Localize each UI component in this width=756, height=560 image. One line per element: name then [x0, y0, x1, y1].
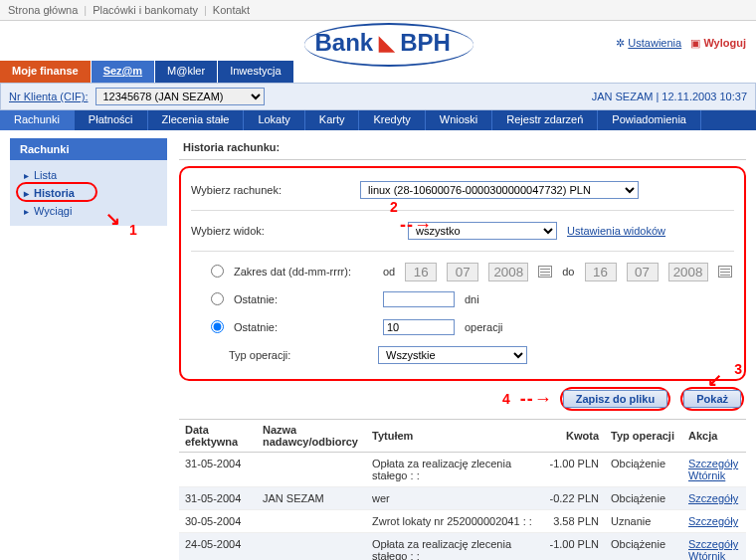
- radio-last-days[interactable]: [211, 292, 224, 305]
- cell-name: JAN SEZAM: [257, 487, 366, 510]
- cell-type: Uznanie: [605, 510, 682, 533]
- tab-inwestycja[interactable]: Inwestycja: [218, 61, 293, 83]
- header-links: ✲ Ustawienia ▣ Wyloguj: [616, 37, 746, 50]
- logout-link[interactable]: Wyloguj: [703, 37, 746, 49]
- op-type-select[interactable]: Wszystkie: [378, 346, 527, 364]
- cell-name: [257, 533, 366, 561]
- cell-date: 24-05-2004: [179, 533, 257, 561]
- cell-date: 30-05-2004: [179, 510, 257, 533]
- section-title: Historia rachunku:: [179, 138, 746, 160]
- date-from-year[interactable]: [488, 263, 528, 281]
- cell-title: wer: [366, 487, 541, 510]
- cell-title: Zwrot lokaty nr 252000002041 : :: [366, 510, 541, 533]
- days-unit: dni: [465, 293, 479, 305]
- tab2-platnosci[interactable]: Płatności: [75, 110, 148, 130]
- cell-action: SzczegółyWtórnik: [682, 533, 746, 561]
- last-ops-label: Ostatnie:: [234, 321, 373, 333]
- cell-type: Obciążenie: [605, 533, 682, 561]
- cell-title: Opłata za realizację zlecenia stałego : …: [366, 453, 541, 487]
- tab2-karty[interactable]: Karty: [305, 110, 360, 130]
- tab2-rachunki[interactable]: Rachunki: [0, 110, 75, 130]
- table-row: 31-05-2004JAN SEZAMwer-0.22 PLNObciążeni…: [179, 487, 746, 510]
- account-select[interactable]: linux (28-10600076-0000300000047732) PLN: [360, 181, 639, 199]
- view-label: Wybierz widok:: [191, 225, 350, 237]
- form-actions: 4 - - → Zapisz do pliku Pokaż 3 ↙: [179, 381, 746, 419]
- tab2-zlecenia[interactable]: Zlecenia stałe: [148, 110, 245, 130]
- row-action-link[interactable]: Szczegóły: [688, 538, 738, 550]
- sidebar-item-wyciagi[interactable]: ▸Wyciągi: [10, 202, 167, 220]
- cell-action: Szczegóły: [682, 487, 746, 510]
- arrow-icon: ▸: [24, 188, 29, 199]
- topbar-contact[interactable]: Kontakt: [213, 4, 250, 16]
- last-ops-input[interactable]: [383, 319, 455, 335]
- date-to-month[interactable]: [627, 263, 659, 281]
- topbar-branches[interactable]: Placówki i bankomaty: [93, 4, 198, 16]
- cell-type: Obciążenie: [605, 453, 682, 487]
- annotation-4: 4: [502, 391, 510, 407]
- tab2-powiadomienia[interactable]: Powiadomienia: [598, 110, 701, 130]
- cell-amount: -1.00 PLN: [541, 453, 605, 487]
- cell-amount: 3.58 PLN: [541, 510, 605, 533]
- radio-date-range[interactable]: [211, 265, 224, 278]
- row-action-link[interactable]: Szczegóły: [688, 492, 738, 504]
- row-action-link[interactable]: Wtórnik: [688, 469, 725, 481]
- cell-action: Szczegóły: [682, 510, 746, 533]
- logo-bank-text: Bank: [314, 29, 373, 57]
- cell-name: [257, 453, 366, 487]
- radio-last-ops[interactable]: [211, 320, 224, 333]
- sidebar-label: Lista: [34, 169, 57, 181]
- main-content: Historia rachunku: Wybierz rachunek: lin…: [169, 130, 756, 560]
- calendar-icon[interactable]: [538, 266, 552, 278]
- cif-select[interactable]: 12345678 (JAN SEZAM): [95, 88, 265, 105]
- sidebar-head: Rachunki: [10, 138, 167, 160]
- cell-amount: -1.00 PLN: [541, 533, 605, 561]
- tab-makler[interactable]: M@kler: [155, 61, 218, 83]
- history-form: Wybierz rachunek: linux (28-10600076-000…: [179, 166, 746, 381]
- history-table: Data efektywna Nazwa nadawcy/odbiorcy Ty…: [179, 419, 746, 560]
- sidebar-item-lista[interactable]: ▸Lista: [10, 166, 167, 184]
- sidebar-item-historia[interactable]: ▸Historia: [10, 184, 167, 202]
- date-to-year[interactable]: [668, 263, 708, 281]
- primary-tabs: Moje finanse Sez@m M@kler Inwestycja: [0, 61, 756, 83]
- col-type: Typ operacji: [605, 420, 682, 453]
- tab-moje-finanse[interactable]: Moje finanse: [0, 61, 92, 83]
- date-range-label: Zakres dat (dd-mm-rrrr):: [234, 266, 373, 278]
- date-to-day[interactable]: [585, 263, 617, 281]
- row-action-link[interactable]: Szczegóły: [688, 515, 738, 527]
- logo-bph-text: BPH: [400, 29, 451, 57]
- gear-icon: ✲: [616, 37, 625, 49]
- show-button[interactable]: Pokaż: [683, 390, 741, 408]
- row-action-link[interactable]: Wtórnik: [688, 550, 725, 560]
- cell-amount: -0.22 PLN: [541, 487, 605, 510]
- date-from-month[interactable]: [447, 263, 478, 281]
- calendar-icon[interactable]: [718, 266, 732, 278]
- tab2-kredyty[interactable]: Kredyty: [359, 110, 425, 130]
- cell-type: Obciążenie: [605, 487, 682, 510]
- tab2-lokaty[interactable]: Lokaty: [244, 110, 304, 130]
- view-select[interactable]: wszystko: [408, 222, 557, 240]
- tab-sezam[interactable]: Sez@m: [92, 61, 155, 83]
- op-type-label: Typ operacji:: [229, 349, 368, 361]
- tab2-rejestr[interactable]: Rejestr zdarzeń: [492, 110, 598, 130]
- logo-flag-icon: ◣: [379, 31, 394, 55]
- arrow-icon: ▸: [24, 170, 29, 181]
- account-label: Wybierz rachunek:: [191, 184, 350, 196]
- cif-user-info: JAN SEZAM | 12.11.2003 10:37: [592, 91, 747, 102]
- cif-label[interactable]: Nr Klienta (CIF):: [9, 91, 88, 102]
- tab2-wnioski[interactable]: Wnioski: [426, 110, 493, 130]
- arrow-icon: ▸: [24, 206, 29, 217]
- secondary-tabs: Rachunki Płatności Zlecenia stałe Lokaty…: [0, 110, 756, 130]
- header: Bank ◣ BPH ✲ Ustawienia ▣ Wyloguj: [0, 21, 756, 61]
- cell-action: SzczegółyWtórnik: [682, 453, 746, 487]
- cif-bar: Nr Klienta (CIF): 12345678 (JAN SEZAM) J…: [0, 83, 756, 110]
- last-days-input[interactable]: [383, 291, 455, 307]
- cell-title: Opłata za realizację zlecenia stałego : …: [366, 533, 541, 561]
- to-label: do: [562, 266, 574, 278]
- topbar-home[interactable]: Strona główna: [8, 4, 78, 16]
- view-settings-link[interactable]: Ustawienia widoków: [567, 225, 665, 237]
- date-from-day[interactable]: [405, 263, 437, 281]
- save-to-file-button[interactable]: Zapisz do pliku: [563, 390, 667, 408]
- col-action: Akcja: [682, 420, 746, 453]
- row-action-link[interactable]: Szczegóły: [688, 458, 738, 469]
- settings-link[interactable]: Ustawienia: [628, 37, 681, 49]
